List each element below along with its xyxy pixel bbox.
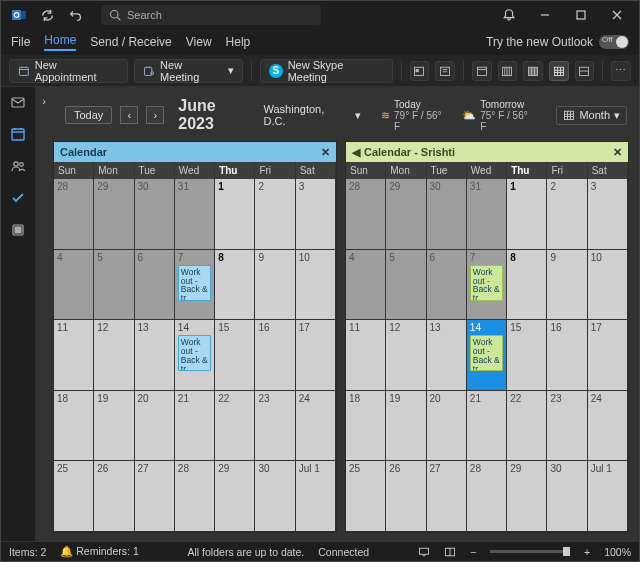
- day-cell[interactable]: 8: [507, 250, 547, 321]
- day-cell[interactable]: 31: [175, 179, 215, 250]
- day-cell[interactable]: 13: [427, 320, 467, 391]
- day-cell[interactable]: 30: [135, 179, 175, 250]
- day-cell[interactable]: 29: [386, 179, 426, 250]
- day-cell[interactable]: 26: [94, 461, 134, 532]
- day-cell[interactable]: 16: [255, 320, 295, 391]
- day-cell[interactable]: 30: [547, 461, 587, 532]
- day-cell[interactable]: 4: [54, 250, 94, 321]
- month-grid[interactable]: 282930311234567Work out - Back & tr...89…: [346, 179, 628, 532]
- day-cell[interactable]: 15: [215, 320, 255, 391]
- calendar-event[interactable]: Work out - Back & tr...: [470, 265, 503, 301]
- day-cell[interactable]: 21: [467, 391, 507, 462]
- day-cell[interactable]: 7Work out - Back & tr...: [467, 250, 507, 321]
- day-cell[interactable]: Jul 1: [296, 461, 336, 532]
- day-cell[interactable]: 14Work out - Back & tr...: [175, 320, 215, 391]
- try-toggle[interactable]: Off: [599, 35, 629, 49]
- calendar-event[interactable]: Work out - Back & tr...: [178, 335, 211, 371]
- day-cell[interactable]: 10: [296, 250, 336, 321]
- day-cell[interactable]: 11: [346, 320, 386, 391]
- close-button[interactable]: [599, 1, 635, 29]
- rail-more-icon[interactable]: [9, 221, 27, 239]
- day-cell[interactable]: 10: [588, 250, 628, 321]
- zoom-slider[interactable]: [490, 550, 570, 553]
- day-cell[interactable]: 3: [588, 179, 628, 250]
- reading-view-icon[interactable]: [444, 546, 456, 558]
- day-cell[interactable]: 24: [588, 391, 628, 462]
- day-cell[interactable]: 1: [215, 179, 255, 250]
- menu-help[interactable]: Help: [226, 35, 251, 49]
- today-button[interactable]: Today: [65, 106, 112, 124]
- day-cell[interactable]: 29: [215, 461, 255, 532]
- next-month-button[interactable]: ›: [146, 106, 164, 124]
- new-skype-meeting-button[interactable]: S New Skype Meeting: [260, 59, 393, 83]
- day-cell[interactable]: 19: [386, 391, 426, 462]
- today-view-icon[interactable]: [410, 61, 430, 81]
- zoom-in-button[interactable]: +: [584, 546, 590, 558]
- rail-todo-icon[interactable]: [9, 189, 27, 207]
- day-cell[interactable]: 14Work out - Back & tr...: [467, 320, 507, 391]
- day-cell[interactable]: 22: [215, 391, 255, 462]
- panel-header[interactable]: ◀ Calendar - Srishti ✕: [346, 142, 628, 162]
- day-cell[interactable]: 26: [386, 461, 426, 532]
- minimize-button[interactable]: [527, 1, 563, 29]
- day-cell[interactable]: 12: [94, 320, 134, 391]
- schedule-view-icon[interactable]: [575, 61, 595, 81]
- day-cell[interactable]: 25: [54, 461, 94, 532]
- view-selector[interactable]: Month ▾: [556, 106, 627, 125]
- menu-sendreceive[interactable]: Send / Receive: [90, 35, 171, 49]
- bell-icon[interactable]: [491, 1, 527, 29]
- day-cell[interactable]: 23: [255, 391, 295, 462]
- day-cell[interactable]: 21: [175, 391, 215, 462]
- display-settings-icon[interactable]: [418, 546, 430, 558]
- workweek-view-icon[interactable]: [498, 61, 518, 81]
- day-cell[interactable]: 28: [467, 461, 507, 532]
- day-cell[interactable]: 29: [94, 179, 134, 250]
- prev-month-button[interactable]: ‹: [120, 106, 138, 124]
- week-view-icon[interactable]: [523, 61, 543, 81]
- panel-header[interactable]: Calendar ✕: [54, 142, 336, 162]
- day-cell[interactable]: 27: [427, 461, 467, 532]
- next7-view-icon[interactable]: [435, 61, 455, 81]
- status-reminders[interactable]: 🔔 Reminders: 1: [60, 545, 138, 558]
- zoom-out-button[interactable]: −: [470, 546, 476, 558]
- day-cell[interactable]: 19: [94, 391, 134, 462]
- undo-icon[interactable]: [67, 7, 83, 23]
- maximize-button[interactable]: [563, 1, 599, 29]
- new-meeting-button[interactable]: New Meeting ▾: [134, 59, 243, 83]
- location-selector[interactable]: Washington, D.C. ▾: [264, 103, 362, 127]
- day-cell[interactable]: 30: [427, 179, 467, 250]
- close-icon[interactable]: ✕: [613, 146, 622, 159]
- menu-view[interactable]: View: [186, 35, 212, 49]
- day-cell[interactable]: 7Work out - Back & tr...: [175, 250, 215, 321]
- day-cell[interactable]: 31: [467, 179, 507, 250]
- day-cell[interactable]: 22: [507, 391, 547, 462]
- day-cell[interactable]: 3: [296, 179, 336, 250]
- day-cell[interactable]: 11: [54, 320, 94, 391]
- day-cell[interactable]: 18: [54, 391, 94, 462]
- try-new-outlook[interactable]: Try the new Outlook Off: [486, 35, 629, 49]
- day-cell[interactable]: 25: [346, 461, 386, 532]
- day-cell[interactable]: Jul 1: [588, 461, 628, 532]
- day-cell[interactable]: 6: [135, 250, 175, 321]
- rail-people-icon[interactable]: [9, 157, 27, 175]
- day-cell[interactable]: 6: [427, 250, 467, 321]
- day-cell[interactable]: 13: [135, 320, 175, 391]
- menu-home[interactable]: Home: [44, 33, 76, 51]
- rail-calendar-icon[interactable]: [9, 125, 27, 143]
- day-view-icon[interactable]: [472, 61, 492, 81]
- day-cell[interactable]: 28: [175, 461, 215, 532]
- calendar-event[interactable]: Work out - Back & tr...: [178, 265, 211, 301]
- day-cell[interactable]: 5: [386, 250, 426, 321]
- day-cell[interactable]: 29: [507, 461, 547, 532]
- day-cell[interactable]: 2: [547, 179, 587, 250]
- day-cell[interactable]: 2: [255, 179, 295, 250]
- close-icon[interactable]: ✕: [321, 146, 330, 159]
- day-cell[interactable]: 30: [255, 461, 295, 532]
- day-cell[interactable]: 15: [507, 320, 547, 391]
- new-appointment-button[interactable]: New Appointment: [9, 59, 128, 83]
- rail-mail-icon[interactable]: [9, 93, 27, 111]
- day-cell[interactable]: 27: [135, 461, 175, 532]
- month-view-icon[interactable]: [549, 61, 569, 81]
- day-cell[interactable]: 5: [94, 250, 134, 321]
- day-cell[interactable]: 23: [547, 391, 587, 462]
